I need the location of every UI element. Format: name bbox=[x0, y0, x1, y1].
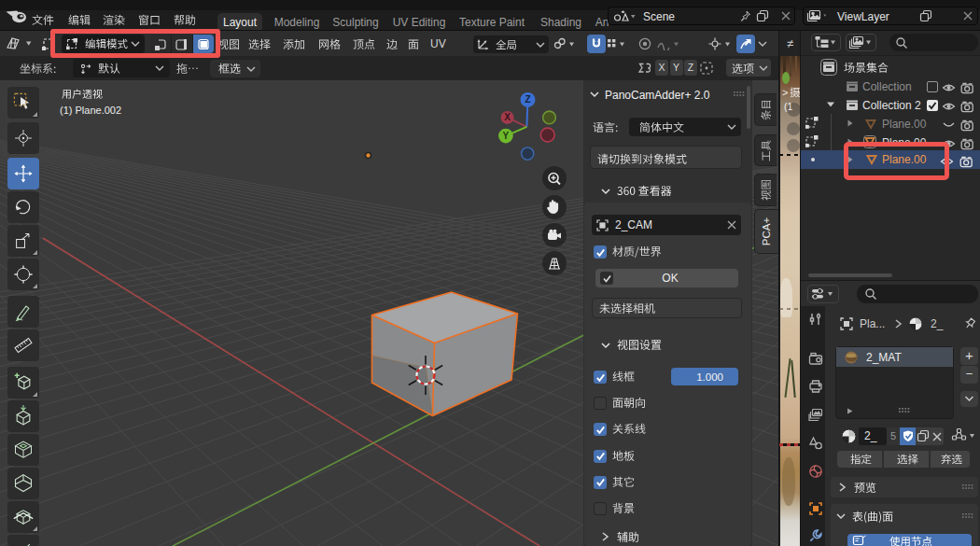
svg-text:Y: Y bbox=[503, 131, 510, 141]
svg-text:Z: Z bbox=[525, 94, 530, 105]
svg-text:X: X bbox=[504, 112, 511, 122]
